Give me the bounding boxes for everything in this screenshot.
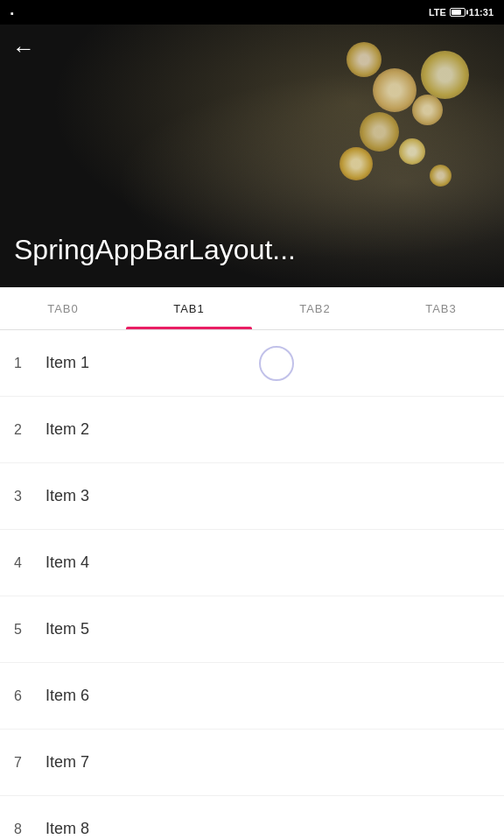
- list-item[interactable]: 3 Item 3: [0, 463, 504, 530]
- floral-circle-2: [346, 42, 382, 77]
- status-bar-right: LTE 11:31: [429, 7, 494, 18]
- floral-circle-7: [430, 165, 452, 187]
- item-number: 5: [14, 622, 46, 638]
- item-number: 4: [14, 555, 46, 571]
- tab-tab1-label: TAB1: [173, 302, 205, 315]
- tab-tab3-label: TAB3: [425, 302, 457, 315]
- time-label: 11:31: [469, 7, 494, 18]
- tab-tab2[interactable]: TAB2: [252, 287, 378, 329]
- list-item[interactable]: 8 Item 8: [0, 796, 504, 839]
- item-label: Item 1: [46, 354, 89, 372]
- floral-circle-1: [373, 68, 416, 112]
- item-number: 8: [14, 821, 46, 837]
- floral-circle-8: [340, 147, 373, 180]
- floral-circle-3: [412, 95, 443, 125]
- phone-icon: ▪: [10, 8, 14, 18]
- item-number: 1: [14, 356, 46, 371]
- list-item[interactable]: 7 Item 7: [0, 730, 504, 796]
- item-number: 7: [14, 755, 46, 771]
- floral-circle-4: [360, 112, 399, 152]
- back-button[interactable]: ←: [12, 37, 35, 60]
- item-label: Item 3: [46, 487, 89, 505]
- status-bar: ▪ LTE 11:31: [0, 0, 504, 25]
- tab-tab0[interactable]: TAB0: [0, 287, 126, 329]
- list-item[interactable]: 1 Item 1: [0, 330, 504, 397]
- item-number: 6: [14, 688, 46, 704]
- list-item[interactable]: 2 Item 2: [0, 397, 504, 463]
- battery-icon: [450, 8, 466, 17]
- item-number: 3: [14, 489, 46, 504]
- tab-tab1[interactable]: TAB1: [126, 287, 252, 329]
- floral-decoration: [294, 42, 469, 235]
- lte-label: LTE: [429, 7, 446, 18]
- item-label: Item 4: [46, 553, 89, 572]
- status-bar-left: ▪: [10, 4, 14, 20]
- item-label: Item 2: [46, 420, 89, 439]
- tabs-bar: TAB0 TAB1 TAB2 TAB3: [0, 287, 504, 330]
- ripple-effect: [259, 346, 294, 381]
- item-number: 2: [14, 422, 46, 438]
- list-item[interactable]: 5 Item 5: [0, 596, 504, 663]
- tab-tab2-label: TAB2: [299, 302, 331, 315]
- floral-circle-5: [399, 138, 425, 165]
- tab-tab0-label: TAB0: [47, 302, 79, 315]
- tab-tab3[interactable]: TAB3: [378, 287, 504, 329]
- item-label: Item 5: [46, 620, 89, 638]
- list-item[interactable]: 6 Item 6: [0, 663, 504, 730]
- floral-circle-6: [421, 51, 469, 99]
- app-bar: ← SpringAppBarLayout...: [0, 25, 504, 287]
- item-label: Item 6: [46, 687, 89, 705]
- item-label: Item 8: [46, 820, 89, 838]
- list-item[interactable]: 4 Item 4: [0, 530, 504, 596]
- item-label: Item 7: [46, 753, 89, 772]
- app-bar-title: SpringAppBarLayout...: [14, 234, 296, 266]
- list-container: 1 Item 1 2 Item 2 3 Item 3 4 Item 4 5 It…: [0, 330, 504, 839]
